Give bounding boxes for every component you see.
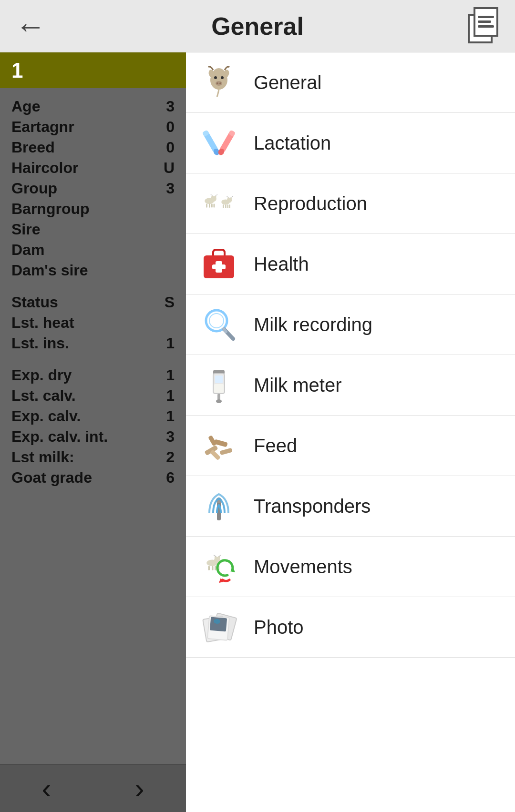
lst-ins-value: 1 (166, 335, 175, 352)
svg-point-5 (221, 76, 224, 79)
menu-item-reproduction[interactable]: Reproduction (186, 173, 515, 234)
basic-info-group: Age 3 Eartagnr 0 Breed 0 Haircolor U Gro… (11, 98, 175, 279)
page-title: General (50, 12, 465, 41)
test-tubes-icon (197, 122, 240, 164)
menu-item-feed[interactable]: Feed (186, 416, 515, 476)
haircolor-value: U (164, 159, 175, 177)
menu-label-reproduction: Reproduction (254, 193, 367, 214)
menu-label-milk-meter: Milk meter (254, 375, 341, 396)
dam-label: Dam (11, 241, 44, 259)
goats-icon (197, 182, 240, 225)
breed-row: Breed 0 (11, 139, 175, 156)
menu-item-transponders[interactable]: Transponders (186, 476, 515, 537)
breed-value: 0 (166, 139, 175, 156)
goat-grade-value: 6 (166, 469, 175, 487)
copy-icon-front (474, 7, 498, 37)
age-row: Age 3 (11, 98, 175, 115)
lst-ins-row: Lst. ins. 1 (11, 335, 175, 352)
animal-number: 1 (11, 59, 23, 82)
svg-line-37 (224, 329, 226, 332)
exp-calv-int-row: Exp. calv. int. 3 (11, 428, 175, 446)
menu-item-movements[interactable]: Movements (186, 537, 515, 597)
menu-label-general: General (254, 72, 321, 93)
lst-milk-label: Lst milk: (11, 448, 74, 466)
status-label: Status (11, 294, 58, 311)
dams-sire-row: Dam's sire (11, 262, 175, 279)
lst-calv-value: 1 (166, 387, 175, 405)
menu-item-milk-meter[interactable]: Milk meter (186, 355, 515, 416)
exp-calv-row: Exp. calv. 1 (11, 407, 175, 425)
svg-rect-21 (211, 204, 213, 208)
svg-rect-40 (214, 384, 224, 393)
animal-info: Age 3 Eartagnr 0 Breed 0 Haircolor U Gro… (0, 88, 186, 764)
eartagnr-label: Eartagnr (11, 118, 74, 136)
menu-item-health[interactable]: Health (186, 234, 515, 294)
status-value: S (165, 294, 175, 311)
animal-number-header: 1 (0, 52, 186, 88)
next-button[interactable]: › (121, 767, 159, 810)
lst-milk-row: Lst milk: 2 (11, 448, 175, 466)
menu-label-feed: Feed (254, 435, 297, 457)
svg-point-1 (213, 68, 225, 78)
svg-rect-28 (225, 204, 226, 208)
menu-item-lactation[interactable]: Lactation (186, 113, 515, 173)
svg-rect-56 (212, 566, 213, 570)
group-value: 3 (166, 180, 175, 197)
lst-ins-label: Lst. ins. (11, 335, 69, 352)
lst-calv-row: Lst. calv. 1 (11, 387, 175, 405)
haircolor-label: Haircolor (11, 159, 78, 177)
main-layout: 1 Age 3 Eartagnr 0 Breed 0 Haircolor U (0, 52, 515, 812)
svg-rect-55 (208, 566, 210, 570)
breed-label: Breed (11, 139, 55, 156)
menu-label-photo: Photo (254, 617, 304, 638)
prev-button[interactable]: ‹ (28, 767, 66, 810)
app-header: ← General (0, 0, 515, 52)
menu-item-general[interactable]: General (186, 52, 515, 113)
menu-label-milk-recording: Milk recording (254, 314, 372, 335)
svg-rect-30 (229, 204, 230, 208)
menu-item-photo[interactable]: Photo (186, 597, 515, 658)
navigation-footer: ‹ › (0, 764, 186, 812)
goat-grade-row: Goat grade 6 (11, 469, 175, 487)
magnifier-icon (197, 303, 240, 346)
age-label: Age (11, 98, 40, 115)
menu-panel: General Lacta (186, 52, 515, 812)
svg-rect-46 (210, 449, 221, 460)
haircolor-row: Haircolor U (11, 159, 175, 177)
svg-rect-64 (210, 617, 227, 632)
back-button[interactable]: ← (11, 7, 50, 45)
menu-label-transponders: Transponders (254, 496, 371, 517)
sire-label: Sire (11, 221, 40, 238)
exp-calv-int-value: 3 (166, 428, 175, 446)
eartagnr-value: 0 (166, 118, 175, 136)
svg-point-8 (219, 82, 221, 84)
svg-rect-57 (215, 566, 216, 570)
exp-dry-value: 1 (166, 366, 175, 384)
photo-icon (197, 606, 240, 649)
lst-calv-label: Lst. calv. (11, 387, 76, 405)
exp-dry-label: Exp. dry (11, 366, 72, 384)
svg-point-35 (209, 314, 224, 328)
milk-meter-icon (197, 364, 240, 406)
lst-heat-row: Lst. heat (11, 314, 175, 332)
first-aid-icon (197, 243, 240, 285)
sire-row: Sire (11, 221, 175, 238)
menu-item-milk-recording[interactable]: Milk recording (186, 294, 515, 355)
svg-rect-27 (223, 204, 224, 208)
barngroup-row: Barngroup (11, 200, 175, 218)
calving-info-group: Exp. dry 1 Lst. calv. 1 Exp. calv. 1 Exp… (11, 366, 175, 487)
svg-rect-19 (206, 204, 207, 208)
exp-calv-value: 1 (166, 407, 175, 425)
svg-point-43 (216, 399, 222, 403)
svg-point-7 (216, 82, 218, 84)
svg-rect-47 (219, 448, 232, 455)
copy-button[interactable] (465, 7, 504, 45)
exp-calv-int-label: Exp. calv. int. (11, 428, 108, 446)
svg-rect-20 (209, 204, 210, 208)
menu-label-movements: Movements (254, 556, 352, 578)
svg-rect-41 (215, 376, 223, 383)
menu-label-health: Health (254, 254, 309, 275)
transponder-icon (197, 485, 240, 528)
status-info-group: Status S Lst. heat Lst. ins. 1 (11, 294, 175, 352)
movements-icon (197, 545, 240, 588)
